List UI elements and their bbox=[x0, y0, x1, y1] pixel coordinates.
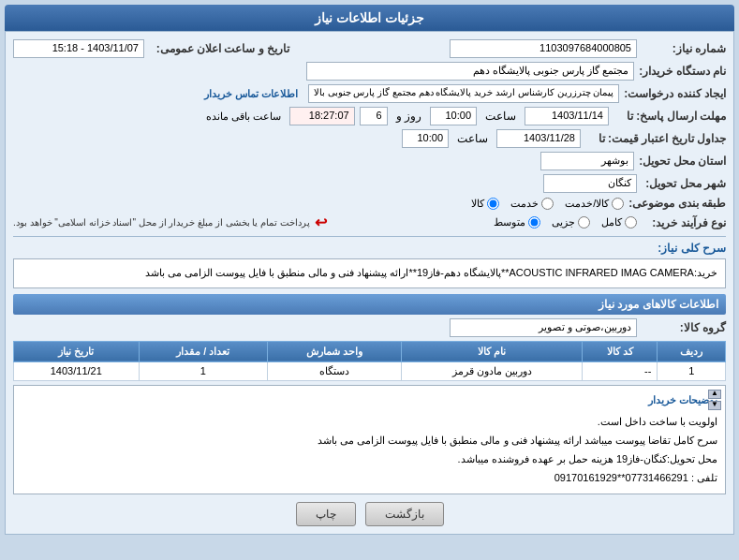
row-ostan: استان محل تحویل: بوشهر bbox=[13, 152, 726, 170]
nam-dastgah-label: نام دستگاه خریدار: bbox=[639, 65, 726, 78]
cell-nam: دوربین مادون قرمز bbox=[402, 361, 582, 380]
shomare-label: شماره نیاز: bbox=[642, 42, 726, 55]
process-type-group: کامل جزیی متوسط bbox=[494, 216, 637, 228]
ersal-roz: 6 bbox=[360, 107, 388, 125]
notes-line: اولویت با ساخت داخل است. bbox=[22, 413, 717, 432]
radio-kamil-input[interactable] bbox=[625, 216, 637, 228]
page-container: جزئیات اطلاعات نیاز شماره نیاز: 11030976… bbox=[0, 0, 739, 539]
saat-label-1: ساعت bbox=[481, 110, 520, 123]
radio-khedmat-label: خدمت bbox=[510, 198, 539, 210]
radio-mottavasset-label: متوسط bbox=[494, 216, 525, 228]
radio-kamil-label: کامل bbox=[601, 216, 622, 228]
radio-kala-input[interactable] bbox=[487, 198, 499, 210]
red-arrow-icon: ↩ bbox=[315, 214, 327, 231]
print-button[interactable]: چاپ bbox=[296, 502, 356, 526]
radio-mottavasset[interactable]: متوسط bbox=[494, 216, 540, 228]
shomare-value: 1103097684000805 bbox=[450, 39, 637, 58]
serh-box: خرید:ACOUSTIC INFRARED IMAG CAMERA**پالا… bbox=[13, 258, 726, 288]
serh-title: سرح کلی نیاز: bbox=[651, 242, 726, 255]
notes-line: سرح کامل تقاضا پیوست میباشد ارائه پیشنها… bbox=[22, 432, 717, 450]
scroll-up-arrow[interactable]: ▲ bbox=[708, 390, 721, 399]
jadaval-date: 1403/11/28 bbox=[496, 129, 581, 148]
th-tedad: تعداد / مقدار bbox=[139, 341, 268, 361]
shahr-value: کنگان bbox=[543, 174, 637, 193]
radio-jozii-label: جزیی bbox=[552, 216, 575, 228]
gorohe-kala-value: دوربین،صوتی و تصویر bbox=[450, 318, 637, 337]
jadaval-saat: 10:00 bbox=[402, 129, 449, 148]
th-kod: کد کالا bbox=[582, 341, 658, 361]
ijad-link[interactable]: اطلاعات تماس خریدار bbox=[204, 88, 298, 100]
notes-line: محل تحویل:کنگان-فاز19 هزینه حمل بر عهده … bbox=[22, 450, 717, 469]
buttons-row: بازگشت چاپ bbox=[13, 502, 726, 526]
cell-kod: -- bbox=[582, 361, 658, 380]
scroll-down-arrow[interactable]: ▼ bbox=[708, 401, 721, 410]
cell-radif: 1 bbox=[658, 361, 726, 380]
divider-1 bbox=[13, 236, 726, 237]
row-jadaval: جداول تاریخ اعتبار قیمت: تا 1403/11/28 س… bbox=[13, 129, 726, 148]
cell-tedad: 1 bbox=[139, 361, 268, 380]
row-tabaghe: طبقه بندی موضوعی: کالا/خدمت خدمت کالا bbox=[13, 197, 726, 210]
radio-khedmat[interactable]: خدمت bbox=[510, 198, 554, 210]
row-ijad: ایجاد کننده درخواست: پیمان چترزرین کارشن… bbox=[13, 84, 726, 103]
row-gorohe-kala: گروه کالا: دوربین،صوتی و تصویر bbox=[13, 318, 726, 337]
nam-dastgah-value: مجتمع گاز پارس جنوبی پالایشگاه دهم bbox=[306, 62, 634, 81]
remaining-label: ساعت باقی مانده bbox=[202, 111, 285, 123]
row-nam-dastgah: نام دستگاه خریدار: مجتمع گاز پارس جنوبی … bbox=[13, 62, 726, 81]
row-serh-label: سرح کلی نیاز: bbox=[13, 242, 726, 255]
row-shomare: شماره نیاز: 1103097684000805 تاریخ و ساع… bbox=[13, 39, 726, 58]
roz-label: روز و bbox=[392, 110, 425, 123]
shahr-label: شهر محل تحویل: bbox=[642, 177, 726, 190]
nooe-note: پرداخت تمام یا بخشی از مبلغ خریدار از مح… bbox=[13, 217, 310, 228]
ersal-saat: 10:00 bbox=[430, 107, 477, 125]
ersal-date: 1403/11/14 bbox=[525, 107, 609, 125]
info-kalaha-label: اطلاعات کالاهای مورد نیاز bbox=[599, 298, 718, 311]
serh-content: خرید:ACOUSTIC INFRARED IMAG CAMERA**پالا… bbox=[145, 267, 717, 278]
th-radif: ردیف bbox=[658, 341, 726, 361]
main-content: شماره نیاز: 1103097684000805 تاریخ و ساع… bbox=[5, 31, 734, 535]
tarikh-aelaan-value: 1403/11/07 - 15:18 bbox=[13, 39, 144, 58]
saat-label-2: ساعت bbox=[453, 132, 492, 145]
radio-kala-label: کالا bbox=[471, 198, 484, 210]
radio-kamil[interactable]: کامل bbox=[601, 216, 637, 228]
th-vahed: واحد شمارش bbox=[268, 341, 402, 361]
notes-line: تلفی : 07731466291**09170161929 bbox=[22, 469, 717, 488]
radio-jozii-input[interactable] bbox=[578, 216, 590, 228]
scroll-arrows: ▲ ▼ bbox=[708, 390, 721, 410]
tabaghe-radio-group: کالا/خدمت خدمت کالا bbox=[471, 198, 624, 210]
row-shahr: شهر محل تحویل: کنگان bbox=[13, 174, 726, 193]
notes-box: ▲ ▼ توضیحات خریدار اولویت با ساخت داخل ا… bbox=[13, 385, 726, 494]
cell-vahed: دستگاه bbox=[268, 361, 402, 380]
radio-khedmat-input[interactable] bbox=[541, 198, 554, 210]
ostan-label: استان محل تحویل: bbox=[639, 155, 726, 168]
notes-container: ▲ ▼ توضیحات خریدار اولویت با ساخت داخل ا… bbox=[13, 385, 726, 494]
page-title: جزئیات اطلاعات نیاز bbox=[315, 10, 424, 25]
tabaghe-label: طبقه بندی موضوعی: bbox=[628, 197, 726, 210]
row-nooe-farayand: نوع فرآیند خرید: کامل جزیی متوسط ↩ پرداخ… bbox=[13, 214, 726, 231]
ostan-value: بوشهر bbox=[540, 152, 634, 170]
return-button[interactable]: بازگشت bbox=[365, 502, 444, 526]
notes-content: اولویت با ساخت داخل است.سرح کامل تقاضا پ… bbox=[22, 413, 717, 487]
th-tarikh: تاریخ نیاز bbox=[14, 341, 140, 361]
nooe-label: نوع فرآیند خرید: bbox=[642, 216, 726, 229]
radio-kala[interactable]: کالا bbox=[471, 198, 499, 210]
jadaval-label: جداول تاریخ اعتبار قیمت: تا bbox=[585, 132, 726, 145]
radio-kala-khedmat-input[interactable] bbox=[612, 198, 624, 210]
th-nam: نام کالا bbox=[402, 341, 582, 361]
cell-tarikh: 1403/11/21 bbox=[14, 361, 140, 380]
page-header: جزئیات اطلاعات نیاز bbox=[5, 5, 734, 31]
info-kalaha-header: اطلاعات کالاهای مورد نیاز bbox=[13, 294, 726, 315]
ersal-remaining: 18:27:07 bbox=[289, 107, 355, 125]
ersal-label: مهلت ارسال پاسخ: تا bbox=[613, 110, 726, 123]
radio-mottavasset-input[interactable] bbox=[528, 216, 540, 228]
tarikh-aelaan-label: تاریخ و ساعت اعلان عمومی: bbox=[149, 42, 289, 55]
ijad-label: ایجاد کننده درخواست: bbox=[624, 87, 726, 100]
radio-jozii[interactable]: جزیی bbox=[552, 216, 590, 228]
row-ersal: مهلت ارسال پاسخ: تا 1403/11/14 ساعت 10:0… bbox=[13, 107, 726, 125]
radio-kala-khedmat-label: کالا/خدمت bbox=[565, 198, 609, 210]
products-table: ردیف کد کالا نام کالا واحد شمارش تعداد /… bbox=[13, 341, 726, 381]
gorohe-kala-label: گروه کالا: bbox=[642, 321, 726, 334]
radio-kala-khedmat[interactable]: کالا/خدمت bbox=[565, 198, 624, 210]
table-row: 1 -- دوربین مادون قرمز دستگاه 1 1403/11/… bbox=[14, 361, 726, 380]
ijad-value: پیمان چترزرین کارشناس ارشد خرید پالایشگا… bbox=[308, 84, 620, 103]
notes-label: توضیحات خریدار bbox=[22, 391, 717, 410]
